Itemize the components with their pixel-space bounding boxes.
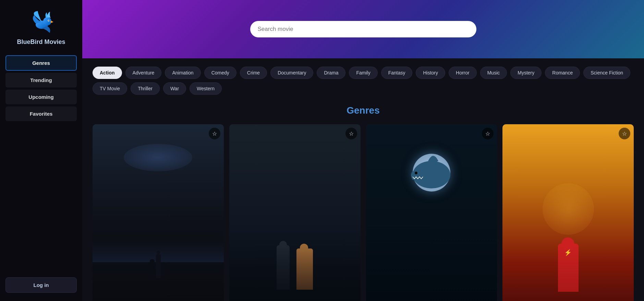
sidebar: BlueBird Movies Genres Trending Upcoming… xyxy=(0,0,82,301)
chip-family[interactable]: Family xyxy=(349,67,377,79)
search-input[interactable] xyxy=(250,21,476,37)
movies-grid: BLACK PANTHER WAKANDA FOREVER ☆ xyxy=(93,124,634,301)
chip-thriller[interactable]: Thriller xyxy=(131,82,160,95)
nav-item-trending[interactable]: Trending xyxy=(5,73,77,88)
nav-item-upcoming[interactable]: Upcoming xyxy=(5,90,77,104)
favorite-btn-shark[interactable]: ☆ xyxy=(482,128,494,139)
svg-point-4 xyxy=(48,20,49,21)
chip-adventure[interactable]: Adventure xyxy=(125,67,162,79)
main-content: Action Adventure Animation Comedy Crime … xyxy=(82,0,644,301)
chip-music[interactable]: Music xyxy=(480,67,507,79)
genre-chips-container: Action Adventure Animation Comedy Crime … xyxy=(93,67,634,95)
chip-sci-fi[interactable]: Science Fiction xyxy=(583,67,630,79)
app-title: BlueBird Movies xyxy=(17,38,65,46)
sidebar-bottom: Log in xyxy=(5,277,77,293)
chip-western[interactable]: Western xyxy=(190,82,222,95)
chip-tv-movie[interactable]: TV Movie xyxy=(93,82,127,95)
chip-history[interactable]: History xyxy=(416,67,445,79)
chip-action[interactable]: Action xyxy=(93,67,122,79)
movie-card-shark[interactable]: SHARK SIDE ☆ xyxy=(366,124,497,301)
chip-fantasy[interactable]: Fantasy xyxy=(381,67,413,79)
chip-documentary[interactable]: Documentary xyxy=(270,67,313,79)
svg-point-1 xyxy=(43,17,51,25)
nav-menu: Genres Trending Upcoming Favorites xyxy=(5,55,77,121)
svg-marker-2 xyxy=(51,21,53,23)
bluebird-logo xyxy=(27,8,55,36)
nav-item-genres[interactable]: Genres xyxy=(5,55,77,71)
chip-comedy[interactable]: Comedy xyxy=(204,67,236,79)
login-button[interactable]: Log in xyxy=(5,277,77,293)
movie-card-shazam[interactable]: ⚡ SHAZAM! ☆ xyxy=(502,124,634,301)
logo-area: BlueBird Movies xyxy=(17,8,65,46)
chip-drama[interactable]: Drama xyxy=(317,67,345,79)
chip-crime[interactable]: Crime xyxy=(240,67,267,79)
section-title: Genres xyxy=(93,105,634,116)
header-banner xyxy=(82,0,644,58)
favorite-btn-shazam[interactable]: ☆ xyxy=(619,128,630,139)
svg-point-7 xyxy=(415,172,417,174)
chip-mystery[interactable]: Mystery xyxy=(510,67,542,79)
favorite-btn-sayen[interactable]: ☆ xyxy=(345,128,357,139)
movie-card-wakanda[interactable]: BLACK PANTHER WAKANDA FOREVER ☆ xyxy=(93,124,224,301)
movie-card-sayen[interactable]: SAYEN ☆ xyxy=(229,124,361,301)
chip-war[interactable]: War xyxy=(163,82,186,95)
chip-romance[interactable]: Romance xyxy=(545,67,580,79)
favorite-btn-wakanda[interactable]: ☆ xyxy=(209,128,220,139)
nav-item-favorites[interactable]: Favorites xyxy=(5,106,77,121)
chip-animation[interactable]: Animation xyxy=(165,67,201,79)
content-area: Action Adventure Animation Comedy Crime … xyxy=(82,58,644,301)
chip-horror[interactable]: Horror xyxy=(449,67,477,79)
